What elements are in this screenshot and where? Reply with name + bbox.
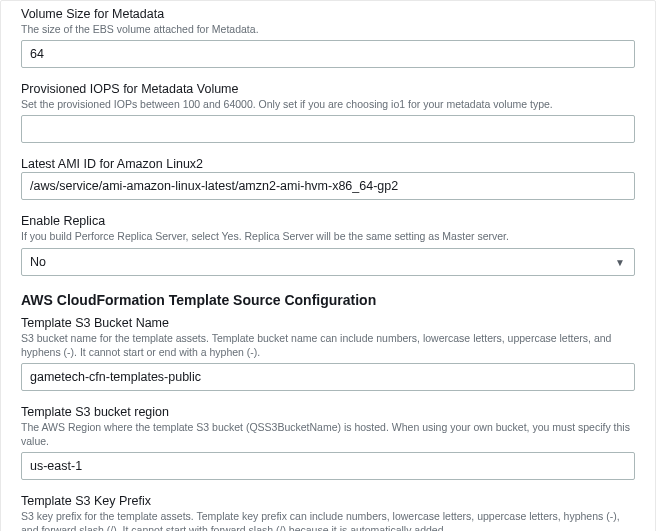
key-prefix-group: Template S3 Key Prefix S3 key prefix for… (21, 494, 635, 531)
bucket-name-input[interactable] (21, 363, 635, 391)
volume-size-group: Volume Size for Metadata The size of the… (21, 7, 635, 68)
bucket-name-desc: S3 bucket name for the template assets. … (21, 331, 635, 359)
bucket-region-group: Template S3 bucket region The AWS Region… (21, 405, 635, 480)
replica-label: Enable Replica (21, 214, 635, 228)
replica-select[interactable]: No (21, 248, 635, 276)
bucket-name-group: Template S3 Bucket Name S3 bucket name f… (21, 316, 635, 391)
volume-size-label: Volume Size for Metadata (21, 7, 635, 21)
ami-input[interactable] (21, 172, 635, 200)
key-prefix-label: Template S3 Key Prefix (21, 494, 635, 508)
ami-group: Latest AMI ID for Amazon Linux2 (21, 157, 635, 200)
key-prefix-desc: S3 key prefix for the template assets. T… (21, 509, 635, 531)
iops-desc: Set the provisioned IOPs between 100 and… (21, 97, 635, 111)
ami-label: Latest AMI ID for Amazon Linux2 (21, 157, 635, 171)
iops-input[interactable] (21, 115, 635, 143)
form-container: Volume Size for Metadata The size of the… (0, 0, 656, 531)
replica-select-wrapper: No ▼ (21, 248, 635, 276)
replica-group: Enable Replica If you build Perforce Rep… (21, 214, 635, 275)
bucket-name-label: Template S3 Bucket Name (21, 316, 635, 330)
volume-size-input[interactable] (21, 40, 635, 68)
bucket-region-desc: The AWS Region where the template S3 buc… (21, 420, 635, 448)
iops-group: Provisioned IOPS for Metadata Volume Set… (21, 82, 635, 143)
bucket-region-input[interactable] (21, 452, 635, 480)
bucket-region-label: Template S3 bucket region (21, 405, 635, 419)
replica-desc: If you build Perforce Replica Server, se… (21, 229, 635, 243)
section-heading: AWS CloudFormation Template Source Confi… (21, 292, 635, 308)
iops-label: Provisioned IOPS for Metadata Volume (21, 82, 635, 96)
volume-size-desc: The size of the EBS volume attached for … (21, 22, 635, 36)
